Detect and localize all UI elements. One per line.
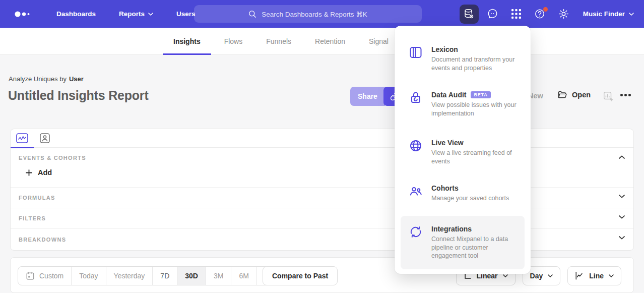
mixpanel-app: Dashboards Reports Users Search Dashboar… [0,0,644,293]
section-label: EVENTS & COHORTS [19,155,86,161]
range-custom[interactable]: Custom [18,267,71,285]
range-30d[interactable]: 30D [177,267,206,285]
nav-users[interactable]: Users [176,10,196,18]
add-to-dashboard-button[interactable] [603,91,614,104]
popup-item-desc: View a live streaming feed of events [431,149,517,165]
primary-nav: Dashboards Reports Users [56,10,196,18]
chevron-down-icon [619,195,625,198]
chevron-down-icon [148,13,153,16]
nav-dashboards-label: Dashboards [56,10,96,18]
popup-item-data-audit[interactable]: Data Audit BETA View possible issues wit… [401,86,525,123]
popup-item-title: Integrations [431,225,472,233]
section-formulas[interactable]: FORMULAS [11,188,633,208]
settings-gear-icon [558,8,569,20]
search-icon [248,10,256,18]
chart-toolbar: Custom Today Yesterday 7D 30D 3M 6M 12M … [10,257,634,293]
more-options-button[interactable] [620,94,631,96]
collapse-section-button[interactable] [619,155,625,159]
panel-icon-tabs [11,129,633,148]
global-search-input[interactable]: Search Dashboards & Reports ⌘K [194,5,422,23]
chart-type-label: Line [589,272,604,280]
messages-icon [487,8,498,20]
messages-button[interactable] [483,5,502,24]
popup-item-desc: Document and transform your events and p… [431,55,517,72]
range-yesterday[interactable]: Yesterday [106,267,153,285]
project-selector[interactable]: Music Finder [583,10,634,18]
breadcrumb: Analyze Uniques byUser [9,75,84,83]
popup-item-title: Live View [431,139,464,147]
plus-icon [26,169,32,176]
add-event-button[interactable]: Add [26,168,52,177]
popup-item-desc: View possible issues with your implement… [431,101,517,118]
add-label: Add [38,168,52,177]
range-today[interactable]: Today [71,267,105,285]
popup-item-lexicon[interactable]: Lexicon Document and transform your even… [401,40,525,77]
user-profile-tab-icon [40,133,50,143]
section-label: BREAKDOWNS [19,237,66,243]
tab-user-profiles[interactable] [40,133,50,143]
line-chart-tab-icon [16,133,28,143]
tab-events-metrics[interactable] [16,133,28,143]
report-title[interactable]: Untitled Insights Report [8,88,149,103]
nav-reports[interactable]: Reports [119,10,153,18]
tab-signal[interactable]: Signal [358,28,399,55]
settings-button[interactable] [554,5,573,24]
cohorts-users-icon [409,184,423,203]
expand-section-button[interactable] [619,236,625,240]
query-builder-panel: EVENTS & COHORTS Add FORMULAS FILTERS BR… [10,129,634,251]
data-management-popup: Lexicon Document and transform your even… [395,26,531,274]
tab-insights[interactable]: Insights [163,28,211,55]
popup-item-integrations[interactable]: Integrations Connect Mixpanel to a data … [401,216,525,269]
expand-section-button[interactable] [619,215,625,219]
compare-to-past-button[interactable]: Compare to Past [263,266,338,285]
chevron-down-icon [548,274,553,277]
range-3m[interactable]: 3M [206,267,231,285]
navbar-right-group: Music Finder [460,0,644,28]
live-view-globe-icon [409,139,423,165]
chevron-down-icon [609,274,614,277]
line-chart-icon [575,271,584,280]
top-navbar: Dashboards Reports Users Search Dashboar… [0,0,644,28]
tab-retention[interactable]: Retention [304,28,356,55]
section-label: FILTERS [19,215,46,221]
chart-add-icon [603,91,614,102]
mixpanel-logo-icon[interactable] [14,11,32,18]
popup-item-title: Cohorts [431,184,459,192]
tab-funnels[interactable]: Funnels [255,28,302,55]
range-6m[interactable]: 6M [231,267,256,285]
section-breakdowns[interactable]: BREAKDOWNS [11,229,633,250]
range-7d[interactable]: 7D [152,267,177,285]
chevron-down-icon [503,274,508,277]
data-management-button[interactable] [460,5,479,24]
help-notification-badge [543,7,548,12]
integrations-sync-icon [409,225,423,260]
calendar-icon [26,271,35,280]
breadcrumb-value[interactable]: User [69,75,84,83]
folder-icon [557,90,567,100]
nav-dashboards[interactable]: Dashboards [56,10,96,18]
chevron-down-icon [619,236,625,240]
popup-item-title: Lexicon [431,45,458,53]
help-button[interactable] [531,5,550,24]
beta-badge: BETA [471,91,490,98]
open-label: Open [572,91,591,99]
chart-type-select[interactable]: Line [567,266,621,285]
popup-item-title: Data Audit [431,91,466,99]
apps-grid-icon [511,9,521,19]
report-tabbar: Insights Flows Funnels Retention Signal … [0,28,644,55]
project-name-label: Music Finder [583,10,625,18]
chevron-down-icon [629,13,634,16]
lexicon-book-icon [409,45,423,72]
expand-section-button[interactable] [619,195,625,198]
range-label: Custom [39,272,63,280]
data-audit-lock-icon [409,91,423,118]
popup-item-live-view[interactable]: Live View View a live streaming feed of … [401,134,525,170]
section-filters[interactable]: FILTERS [11,208,633,229]
tab-flows[interactable]: Flows [214,28,253,55]
apps-grid-button[interactable] [507,5,526,24]
popup-item-desc: Manage your saved cohorts [431,194,509,203]
section-events-cohorts: EVENTS & COHORTS Add [11,148,633,188]
popup-item-cohorts[interactable]: Cohorts Manage your saved cohorts [401,179,525,208]
share-button[interactable]: Share [350,87,385,106]
open-report-button[interactable]: Open [557,90,591,100]
